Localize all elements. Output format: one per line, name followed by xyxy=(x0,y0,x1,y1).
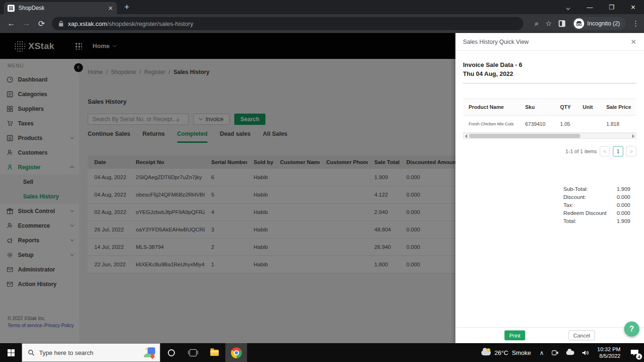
sales-history-quick-view-panel: Sales History Quick View ✕ Invoice Sale … xyxy=(455,33,644,343)
clock-time: 10:32 PM xyxy=(597,346,620,353)
invoice-table-row[interactable]: Fresh Chicken Mix Cuts67394101.051.818 xyxy=(463,115,636,133)
invoice-title: Invoice Sale Data - 6 xyxy=(463,60,636,69)
tab-title: ShopDesk xyxy=(18,5,104,11)
cancel-button[interactable]: Cancel xyxy=(569,330,595,340)
total-label: Total: xyxy=(563,218,577,226)
windows-logo-icon xyxy=(8,349,15,356)
file-explorer-button[interactable] xyxy=(204,343,225,362)
incognito-badge: Incognito (2) xyxy=(572,17,626,30)
notification-count-badge: 4 xyxy=(636,354,642,360)
modal-dim-overlay xyxy=(0,33,455,343)
tab-close-icon[interactable]: ✕ xyxy=(108,5,113,12)
address-bar[interactable]: xap.xstak.com/shopdesk/register/sales-hi… xyxy=(52,17,523,30)
quick-view-title: Sales History Quick View xyxy=(463,39,528,45)
taskbar-clock[interactable]: 10:32 PM 8/5/2022 xyxy=(593,346,625,359)
onedrive-icon[interactable] xyxy=(562,351,578,355)
tax-value: 0.000 xyxy=(617,202,630,210)
horizontal-scrollbar[interactable] xyxy=(463,133,636,139)
windows-taskbar: Type here to search ✦ 26°C Smoke ∧ 10:32… xyxy=(0,343,644,362)
pagination-next-button[interactable]: > xyxy=(626,146,636,156)
page: XStak Home MENU Dashboard Categories Sup… xyxy=(0,33,644,343)
favicon-icon xyxy=(8,5,15,12)
folder-icon xyxy=(210,350,219,356)
volume-icon[interactable] xyxy=(578,350,593,356)
incognito-icon xyxy=(574,18,584,29)
browser-menu-icon[interactable]: ⋮ xyxy=(632,19,639,28)
task-view-icon xyxy=(190,349,197,356)
chrome-icon xyxy=(231,347,242,358)
pagination-summary: 1-1 of 1 items xyxy=(565,148,597,154)
browser-tabstrip: ShopDesk ✕ + — ❐ ✕ xyxy=(0,0,644,14)
browser-tab[interactable]: ShopDesk ✕ xyxy=(4,2,117,14)
weather-condition: Smoke xyxy=(512,349,531,356)
subtotal-label: Sub-Total: xyxy=(563,186,588,194)
pagination-prev-button[interactable]: < xyxy=(600,146,610,156)
meet-now-icon[interactable] xyxy=(548,350,562,356)
search-highlights-icon[interactable]: ✦ xyxy=(144,347,156,358)
help-button[interactable]: ? xyxy=(624,321,639,337)
lock-icon xyxy=(58,21,64,27)
restore-button[interactable]: ❐ xyxy=(601,4,622,11)
new-tab-button[interactable]: + xyxy=(121,1,133,14)
task-view-button[interactable] xyxy=(182,343,204,362)
temperature: 26°C xyxy=(495,349,508,356)
redeem-discount-value: 0.000 xyxy=(617,210,630,218)
scroll-right-icon[interactable] xyxy=(632,134,635,138)
tax-label: Tax: xyxy=(563,202,573,210)
redeem-discount-label: Redeem Discount xyxy=(563,210,606,218)
notification-center-button[interactable]: 4 xyxy=(625,343,644,362)
weather-widget[interactable]: 26°C Smoke xyxy=(477,349,536,356)
invoice-date: Thu 04 Aug, 2022 xyxy=(463,69,636,78)
close-window-button[interactable]: ✕ xyxy=(622,4,644,11)
url-text: xap.xstak.com/shopdesk/register/sales-hi… xyxy=(68,20,193,27)
screen: ShopDesk ✕ + — ❐ ✕ ← → ⟳ xap.xstak.com/s… xyxy=(0,0,644,362)
taskbar-search-box[interactable]: Type here to search ✦ xyxy=(22,343,160,362)
discount-label: Discount: xyxy=(563,194,586,202)
taskbar-search-placeholder: Type here to search xyxy=(39,349,139,356)
quick-view-footer: Print Cancel xyxy=(455,327,644,343)
scroll-left-icon[interactable] xyxy=(465,134,467,138)
print-button[interactable]: Print xyxy=(504,330,525,340)
bookmark-star-icon[interactable]: ☆ xyxy=(545,19,552,28)
weather-icon xyxy=(481,350,491,355)
tab-search-chevron-icon[interactable] xyxy=(557,4,579,11)
quick-view-close-icon[interactable]: ✕ xyxy=(630,38,636,46)
forward-button[interactable]: → xyxy=(19,19,34,28)
side-panel-icon[interactable] xyxy=(559,20,565,27)
clock-date: 8/5/2022 xyxy=(597,353,620,359)
zoom-icon[interactable]: ⌕ xyxy=(535,19,539,28)
start-button[interactable] xyxy=(0,343,22,362)
total-value: 1.909 xyxy=(617,218,630,226)
invoice-items-table: Product NameSkuQTYUnitSale Price Fresh C… xyxy=(463,99,636,139)
divider xyxy=(463,83,636,83)
discount-value: 0.000 xyxy=(617,194,630,202)
reload-button[interactable]: ⟳ xyxy=(34,19,49,29)
cortana-button[interactable] xyxy=(160,343,182,362)
back-button[interactable]: ← xyxy=(4,19,19,28)
totals-summary: Sub-Total:1.909 Discount:0.000 Tax:0.000… xyxy=(563,186,630,226)
subtotal-value: 1.909 xyxy=(617,186,630,194)
chrome-taskbar-button[interactable] xyxy=(225,343,247,362)
minimize-button[interactable]: — xyxy=(579,4,601,11)
pagination: 1-1 of 1 items < 1 > xyxy=(565,146,636,156)
cortana-icon xyxy=(168,349,175,356)
scrollbar-thumb[interactable] xyxy=(469,134,580,138)
pagination-page-1-button[interactable]: 1 xyxy=(613,146,623,156)
invoice-table-header: Product NameSkuQTYUnitSale Price xyxy=(463,99,636,115)
search-icon xyxy=(28,349,34,356)
tray-chevron-icon[interactable]: ∧ xyxy=(536,349,548,356)
incognito-label: Incognito (2) xyxy=(587,20,620,27)
